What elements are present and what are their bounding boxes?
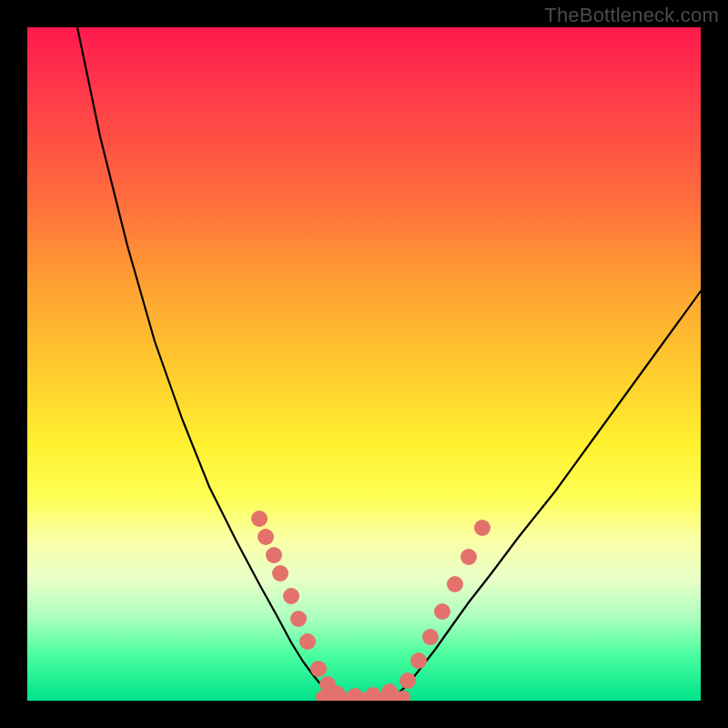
marker-point bbox=[258, 529, 274, 545]
watermark-text: TheBottleneck.com bbox=[544, 4, 719, 27]
marker-point bbox=[347, 688, 363, 701]
marker-point bbox=[447, 576, 463, 592]
curve-layer bbox=[27, 27, 701, 701]
marker-point bbox=[434, 603, 450, 620]
marker-point bbox=[283, 588, 299, 604]
marker-point bbox=[410, 652, 427, 669]
marker-point bbox=[290, 611, 307, 627]
marker-point bbox=[381, 683, 398, 700]
plot-area bbox=[27, 27, 701, 701]
marker-point bbox=[460, 549, 477, 565]
chart-frame: TheBottleneck.com bbox=[0, 0, 728, 728]
marker-point bbox=[310, 661, 327, 677]
marker-point bbox=[272, 565, 288, 581]
marker-point bbox=[365, 687, 381, 701]
marker-point bbox=[299, 633, 316, 650]
marker-point bbox=[266, 547, 282, 563]
marker-point bbox=[251, 511, 268, 527]
marker-point bbox=[474, 520, 490, 536]
markers-group bbox=[251, 511, 490, 701]
marker-point bbox=[399, 672, 416, 689]
marker-point bbox=[422, 629, 439, 645]
curves-group bbox=[77, 27, 701, 699]
